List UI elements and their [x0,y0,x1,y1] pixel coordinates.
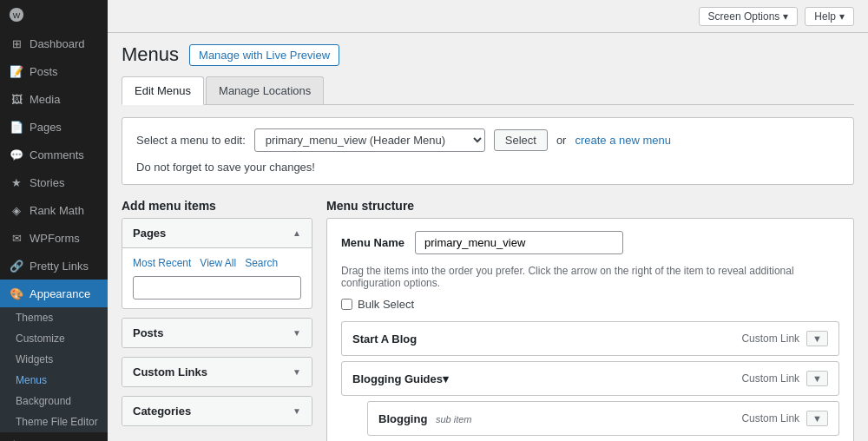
bulk-select-label[interactable]: Bulk Select [358,298,414,311]
pages-icon: 📄 [9,119,24,135]
pages-panel-links: Most Recent View All Search [133,257,301,269]
categories-panel-header[interactable]: Categories ▼ [122,397,312,425]
menu-item-expand-button[interactable]: ▼ [806,331,828,346]
sidebar-item-plugins[interactable]: 🔌 Plugins 4 [0,432,108,441]
or-text: or [556,134,567,147]
pages-panel: Pages ▲ Most Recent View All Search [122,218,312,309]
menu-select[interactable]: primary_menu_view (Header Menu) [254,128,485,152]
rankmath-icon: ◈ [9,202,24,218]
categories-panel: Categories ▼ [122,396,312,426]
menu-item-row: Blogging Guides▾ Custom Link ▼ [342,362,838,395]
add-menu-items-title: Add menu items [122,199,312,213]
add-menu-items-col: Add menu items Pages ▲ Most Recent View … [122,199,312,441]
menu-item-row: Blogging sub item Custom Link ▼ [368,402,838,435]
sidebar-item-rankmath[interactable]: ◈ Rank Math [0,196,108,224]
pages-search-link[interactable]: Search [245,257,278,269]
bulk-select-row: Bulk Select [341,298,839,311]
pages-most-recent-link[interactable]: Most Recent [133,257,191,269]
content-area: Menus Manage with Live Preview Edit Menu… [108,33,868,441]
live-preview-button[interactable]: Manage with Live Preview [189,44,339,66]
page-header: Menus Manage with Live Preview [122,43,854,66]
pages-search-input[interactable] [133,276,301,299]
menu-item-left: Start A Blog [352,332,417,346]
menu-item-start-a-blog: Start A Blog Custom Link ▼ [341,321,839,356]
menu-name-row: Menu Name [341,231,839,254]
menu-item-expand-button[interactable]: ▼ [806,371,828,386]
pages-view-all-link[interactable]: View All [200,257,236,269]
sidebar-item-media[interactable]: 🖼 Media [0,85,108,113]
bulk-select-checkbox[interactable] [341,299,352,310]
sidebar-item-dashboard[interactable]: ⊞ Dashboard [0,30,108,57]
sidebar-item-widgets[interactable]: Widgets [0,349,108,370]
menu-item-blogging-guides: Blogging Guides▾ Custom Link ▼ [341,361,839,396]
sidebar-item-comments[interactable]: 💬 Comments [0,141,108,168]
sidebar-item-pages[interactable]: 📄 Pages [0,113,108,141]
menu-item-right: Custom Link ▼ [741,371,828,386]
menu-item-blogging-sub: Blogging sub item Custom Link ▼ [367,401,839,436]
sidebar-item-theme-file-editor[interactable]: Theme File Editor [0,411,108,432]
stories-icon: ★ [9,174,24,190]
custom-links-panel: Custom Links ▼ [122,357,312,387]
pages-search-box [133,276,301,299]
create-menu-link[interactable]: create a new menu [575,134,671,147]
tab-manage-locations[interactable]: Manage Locations [206,76,324,104]
menu-item-right: Custom Link ▼ [741,331,828,346]
sidebar-item-wpforms[interactable]: ✉ WPForms [0,224,108,252]
tab-edit-menus[interactable]: Edit Menus [122,76,204,105]
chevron-down-icon: ▾ [839,10,845,23]
posts-panel-header[interactable]: Posts ▼ [122,319,312,347]
screen-options-button[interactable]: Screen Options ▾ [699,7,799,26]
sidebar-logo: W [0,0,108,30]
pages-panel-header[interactable]: Pages ▲ [122,219,312,248]
comments-icon: 💬 [9,147,24,162]
sidebar: W ⊞ Dashboard 📝 Posts 🖼 Media 📄 Pages 💬 … [0,0,108,441]
menu-item-left: Blogging Guides▾ [352,372,449,385]
dashboard-icon: ⊞ [9,36,24,51]
wpforms-icon: ✉ [9,230,24,246]
sidebar-item-background[interactable]: Background [0,391,108,411]
menu-item-right: Custom Link ▼ [741,411,828,426]
pages-chevron-icon: ▲ [293,228,301,238]
media-icon: 🖼 [9,91,24,107]
sidebar-item-appearance[interactable]: 🎨 Appearance [0,280,108,307]
categories-chevron-icon: ▼ [293,406,301,416]
appearance-submenu: Themes Customize Widgets Menus Backgroun… [0,307,108,432]
main-content: Screen Options ▾ Help ▾ Menus Manage wit… [108,0,868,441]
tabs-bar: Edit Menus Manage Locations [122,76,854,105]
sidebar-item-prettylinks[interactable]: 🔗 Pretty Links [0,252,108,280]
sidebar-item-themes[interactable]: Themes [0,307,108,328]
save-hint: Do not forget to save your changes! [136,161,315,174]
sidebar-item-stories[interactable]: ★ Stories [0,168,108,196]
page-title: Menus [122,43,179,66]
menu-item-row: Start A Blog Custom Link ▼ [342,322,838,355]
menu-structure-title: Menu structure [326,199,854,213]
posts-chevron-icon: ▼ [293,328,301,338]
help-button[interactable]: Help ▾ [805,7,854,26]
two-col-layout: Add menu items Pages ▲ Most Recent View … [122,199,854,441]
sidebar-item-menus[interactable]: Menus [0,370,108,391]
select-menu-label: Select a menu to edit: [136,134,246,147]
select-button[interactable]: Select [494,129,548,151]
prettylinks-icon: 🔗 [9,258,24,273]
menu-name-label: Menu Name [341,236,404,249]
pages-panel-body: Most Recent View All Search [122,248,312,308]
menu-name-input[interactable] [415,231,623,254]
appearance-icon: 🎨 [9,286,24,301]
menu-structure-box: Menu Name Drag the items into the order … [326,218,854,441]
select-menu-row: Select a menu to edit: primary_menu_view… [122,117,854,185]
posts-panel: Posts ▼ [122,318,312,348]
svg-text:W: W [13,11,21,20]
topbar: Screen Options ▾ Help ▾ [108,0,868,33]
posts-icon: 📝 [9,63,24,79]
sidebar-item-customize[interactable]: Customize [0,328,108,349]
drag-hint: Drag the items into the order you prefer… [341,265,839,289]
chevron-down-icon: ▾ [783,10,788,23]
menu-item-left: Blogging sub item [378,412,472,425]
custom-links-panel-header[interactable]: Custom Links ▼ [122,358,312,386]
menu-structure-col: Menu structure Menu Name Drag the items … [326,199,854,441]
sidebar-item-posts[interactable]: 📝 Posts [0,57,108,85]
menu-item-expand-button[interactable]: ▼ [806,411,828,426]
custom-links-chevron-icon: ▼ [293,367,301,377]
